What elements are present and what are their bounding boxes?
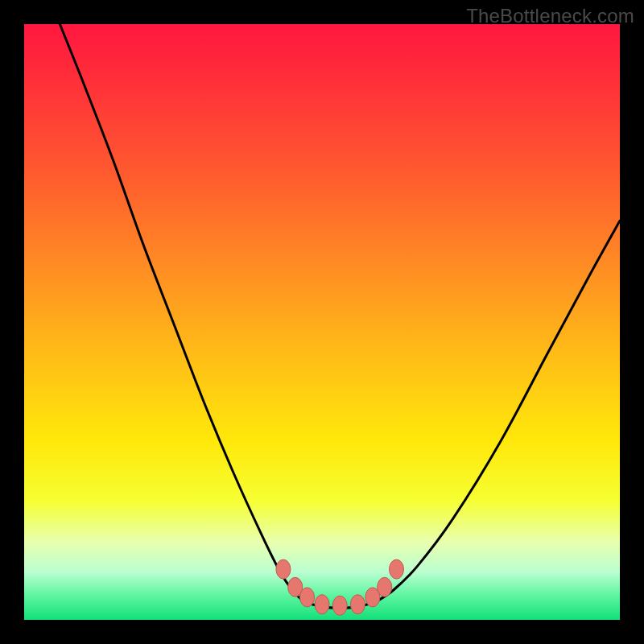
chart-svg: [24, 24, 620, 620]
trough-marker: [315, 595, 329, 614]
watermark-text: TheBottleneck.com: [466, 5, 634, 27]
plot-area: [24, 24, 620, 620]
trough-marker: [390, 559, 404, 579]
right-curve-path: [376, 221, 620, 602]
chart-frame: TheBottleneck.com: [0, 0, 644, 644]
trough-marker: [378, 577, 392, 597]
trough-marker: [350, 595, 365, 614]
trough-marker: [300, 588, 315, 607]
trough-markers-group: [276, 559, 404, 615]
trough-marker: [332, 596, 347, 615]
trough-marker: [276, 559, 291, 579]
left-curve-path: [60, 24, 303, 602]
